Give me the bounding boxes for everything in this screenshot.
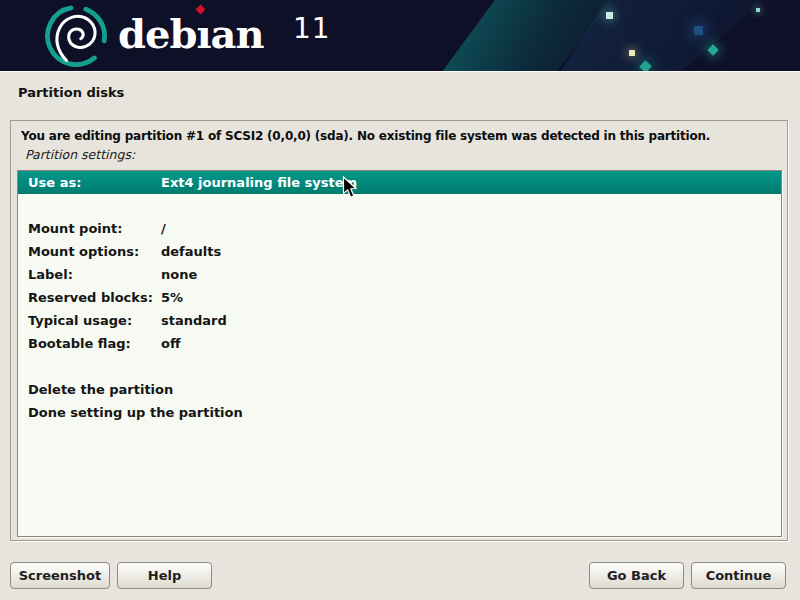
partition-edit-heading: You are editing partition #1 of SCSI2 (0… <box>21 129 710 143</box>
debian-swirl-icon <box>42 2 110 70</box>
settings-row-typical-usage[interactable]: Typical usage:standard <box>18 309 781 332</box>
debian-banner: debıan 11 <box>0 0 800 72</box>
installer-window: debıan 11 Partition disks You are editin… <box>0 0 800 600</box>
banner-spark-square <box>756 8 760 12</box>
banner-spark-square <box>629 50 635 56</box>
screenshot-button[interactable]: Screenshot <box>10 562 110 589</box>
partition-settings-label: Partition settings: <box>25 147 135 162</box>
go-back-button[interactable]: Go Back <box>589 562 684 589</box>
settings-row-spacer <box>18 355 781 378</box>
content-panel: You are editing partition #1 of SCSI2 (0… <box>10 120 788 541</box>
settings-row-mount-options[interactable]: Mount options:defaults <box>18 240 781 263</box>
settings-row-spacer <box>18 194 781 217</box>
page-title: Partition disks <box>18 85 124 100</box>
settings-list: Use as:Ext4 journaling file system Mount… <box>17 170 782 537</box>
debian-wordmark: debıan <box>118 10 264 57</box>
settings-row-bootable-flag[interactable]: Bootable flag:off <box>18 332 781 355</box>
continue-button[interactable]: Continue <box>691 562 786 589</box>
banner-spark-square <box>606 12 613 19</box>
settings-row-label[interactable]: Label:none <box>18 263 781 286</box>
settings-row-mount-point[interactable]: Mount point:/ <box>18 217 781 240</box>
settings-row-delete-partition[interactable]: Delete the partition <box>18 378 781 401</box>
help-button[interactable]: Help <box>117 562 212 589</box>
banner-spark-square <box>694 26 703 35</box>
settings-row-use-as[interactable]: Use as:Ext4 journaling file system <box>18 171 781 194</box>
settings-row-done-partition[interactable]: Done setting up the partition <box>18 401 781 424</box>
settings-row-reserved-blocks[interactable]: Reserved blocks:5% <box>18 286 781 309</box>
mouse-pointer-icon <box>342 176 357 199</box>
debian-version: 11 <box>293 12 331 45</box>
debian-red-diamond <box>196 5 206 15</box>
